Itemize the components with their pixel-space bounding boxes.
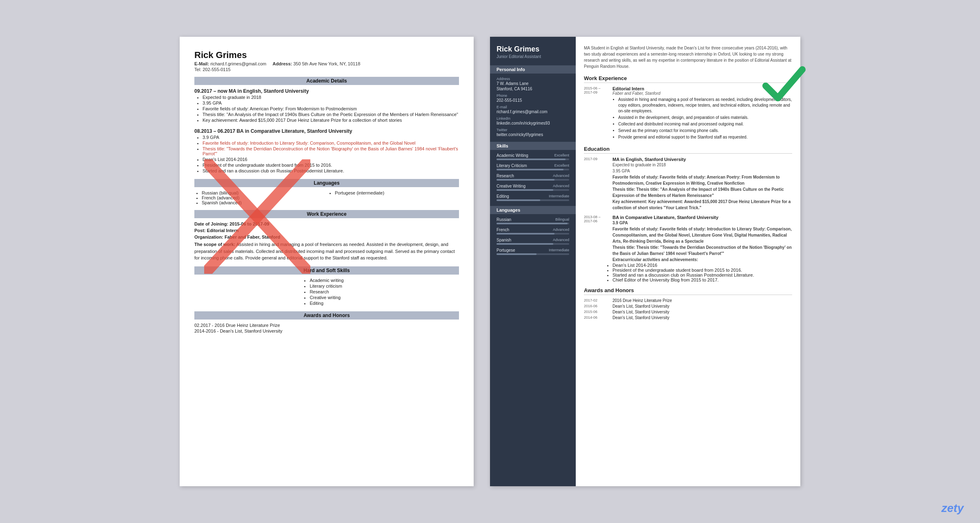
edu-block-2: 08.2013 – 06.2017 BA in Comparative Lite… [194,128,459,173]
skills-sidebar-header: Skills [490,142,576,150]
edu-block-1: 09.2017 – now MA in English, Stanford Un… [194,88,459,123]
skill-item: Editing Intermediate [497,194,569,201]
summary: MA Student in English at Stanford Univer… [584,45,792,69]
skills-section-header: Hard and Soft Skills [194,266,459,275]
work-block: Date of Joining: 2015-06 to 2017-09 Post… [194,221,459,262]
awards-main-header: Awards and Honors [584,287,792,295]
edu-entry-1: 2017-09 MA in English, Stanford Universi… [584,157,792,211]
skills-bars: Academic Writing Excellent Literary Crit… [497,153,569,201]
languages-grid: Russian (bilingual) French (advanced) Sp… [194,190,459,205]
skill-item: Portugese Intermediate [497,248,569,255]
edu-main-header: Education [584,146,792,154]
work-main-header: Work Experience [584,75,792,83]
main-content: MA Student in English at Stanford Univer… [576,37,800,486]
left-tel-line: Tel: 202-555-0115 [194,67,459,72]
skill-item: Russian Bilingual [497,217,569,224]
award-3: 2015-06 Dean's List, Stanford University [584,310,792,314]
languages-sidebar-header: Languages [490,206,576,214]
skill-item: Spanish Advanced [497,238,569,245]
skills-list: Academic writing Literary criticism Rese… [194,278,459,306]
academic-section-header: Academic Details [194,77,459,85]
award-2: 2016-06 Dean's List, Stanford University [584,304,792,308]
skill-item: Literary Criticism Excellent [497,163,569,170]
resume-left: Rick Grimes E-Mail: richard.f.grimes@gma… [180,37,474,486]
left-name: Rick Grimes [194,50,459,60]
award-1: 2017-02 2016 Drue Heinz Literature Prize [584,298,792,303]
skill-item: French Advanced [497,228,569,235]
edu-entry-2: 2013-08 – 2017-06 BA in Comparative Lita… [584,215,792,282]
awards-section-header: Awards and Honors [194,311,459,320]
awards-block: 02.2017 - 2016 Drue Heinz Literature Pri… [194,323,459,333]
languages-section-header: Languages [194,179,459,187]
work-section-header: Work Experience [194,210,459,218]
skill-item: Creative Writing Advanced [497,184,569,191]
right-title: Junior Editorial Assistant [497,54,569,59]
resume-right: Rick Grimes Junior Editorial Assistant P… [490,37,800,486]
skill-item: Research Advanced [497,174,569,181]
award-4: 2014-06 Dean's List, Stanford University [584,315,792,320]
skill-item: Academic Writing Excellent [497,153,569,160]
right-name: Rick Grimes [497,45,569,54]
work-entry-1: 2015-06 – 2017-09 Editorial Intern Faber… [584,86,792,141]
zety-logo: zety [942,502,964,515]
languages-bars: Russian Bilingual French Advanced Spanis… [497,217,569,255]
left-email-line: E-Mail: richard.f.grimes@gmail.com Addre… [194,61,459,66]
personal-info-header: Personal Info [490,65,576,74]
sidebar: Rick Grimes Junior Editorial Assistant P… [490,37,576,486]
